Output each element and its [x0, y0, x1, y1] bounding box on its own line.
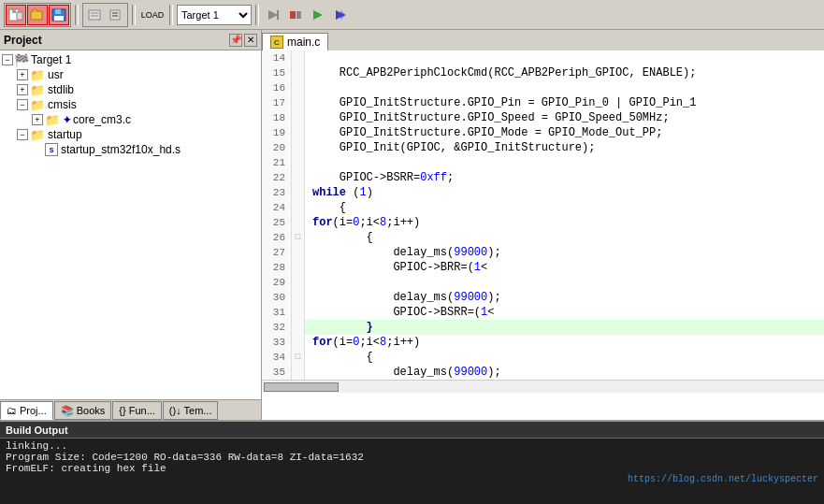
tab-functions-label: {} Fun... [119, 405, 155, 416]
line-content: } [305, 320, 824, 335]
line-content: for(i=0;i<8;i++) [305, 215, 824, 230]
tree-item-root[interactable]: −🏁Target 1 [2, 52, 259, 67]
tree-item-label: Target 1 [31, 53, 71, 66]
sep-2 [132, 5, 136, 25]
tree-item-cmsis[interactable]: −📁cmsis [2, 97, 259, 112]
tree-item-usr[interactable]: +📁usr [2, 67, 259, 82]
code-line: 27 delay_ms(99000); [262, 245, 824, 260]
tab-books-icon: 📚 [61, 405, 74, 417]
svg-rect-12 [112, 12, 118, 14]
scrollbar-thumb[interactable] [264, 382, 339, 392]
tree-item-startup[interactable]: −📁startup [2, 127, 259, 142]
line-content [305, 275, 824, 290]
code-line: 16 [262, 80, 824, 95]
panel-close-btn[interactable]: ✕ [244, 34, 257, 47]
svg-rect-7 [54, 16, 64, 21]
line-number: 19 [262, 125, 292, 140]
line-content: while (1) [305, 185, 824, 200]
file-icon: S [45, 143, 58, 156]
line-marker: □ [292, 230, 305, 245]
line-content [305, 50, 824, 65]
build-output-area: linking...Program Size: Code=1200 RO-dat… [0, 439, 824, 504]
line-number: 18 [262, 110, 292, 125]
svg-rect-16 [290, 11, 296, 19]
tree-expand-btn[interactable]: + [17, 69, 28, 80]
tab-functions[interactable]: {} Fun... [112, 401, 162, 420]
line-number: 20 [262, 140, 292, 155]
line-content: delay_ms(99000); [305, 365, 824, 380]
toolbar-btn-debug4[interactable] [330, 5, 351, 25]
build-header: Build Output [0, 422, 824, 439]
line-marker [292, 245, 305, 260]
right-panel: C main.c 14 15 RCC_APB2PeriphClockCmd(RC… [262, 30, 824, 420]
toolbar-btn-4[interactable] [84, 5, 105, 25]
line-marker [292, 260, 305, 275]
tab-books[interactable]: 📚 Books [54, 401, 112, 420]
line-content: GPIO_Init(GPIOC, &GPIO_InitStructure); [305, 140, 824, 155]
toolbar-btn-debug2[interactable] [285, 5, 306, 25]
target-select[interactable]: Target 1Target 1 [177, 5, 252, 25]
horizontal-scrollbar[interactable] [262, 380, 824, 393]
toolbar-btn-debug1[interactable] [263, 5, 283, 25]
line-number: 29 [262, 275, 292, 290]
code-line: 28 GPIOC->BRR=(1< [262, 260, 824, 275]
code-line: 34□ { [262, 350, 824, 365]
tree-item-core[interactable]: +📁✦core_cm3.c [2, 112, 259, 127]
code-line: 18 GPIO_InitStructure.GPIO_Speed = GPIO_… [262, 110, 824, 125]
code-line: 20 GPIO_Init(GPIOC, &GPIO_InitStructure)… [262, 140, 824, 155]
toolbar-btn-debug3[interactable] [308, 5, 328, 25]
code-line: 14 [262, 50, 824, 65]
line-marker [292, 185, 305, 200]
tree-item-label: startup_stm32f10x_hd.s [61, 143, 181, 156]
svg-marker-14 [268, 10, 278, 20]
tree-expand-btn[interactable]: + [32, 114, 43, 125]
tree-expand-btn[interactable]: − [2, 54, 13, 65]
code-line: 33 for(i=0;i<8;i++) [262, 335, 824, 350]
tree-expand-btn[interactable]: − [17, 99, 28, 110]
build-link[interactable]: https://blog.csdn.net/luckyspecter [628, 474, 818, 484]
tree-item-stdlib[interactable]: +📁stdlib [2, 82, 259, 97]
panel-title: Project [4, 34, 42, 47]
code-area[interactable]: 14 15 RCC_APB2PeriphClockCmd(RCC_APB2Per… [262, 50, 824, 420]
line-number: 22 [262, 170, 292, 185]
line-content [305, 80, 824, 95]
panel-icons: 📌 ✕ [229, 34, 257, 47]
svg-marker-18 [313, 10, 323, 20]
line-content: GPIOC->BSRR=(1< [305, 305, 824, 320]
tree-item-startup_file[interactable]: Sstartup_stm32f10x_hd.s [2, 142, 259, 157]
tab-project-label: Proj... [20, 405, 47, 416]
editor-tab-main[interactable]: C main.c [262, 33, 328, 50]
panel-tabs: 🗂 Proj... 📚 Books {} Fun... ()↓ Tem... [0, 399, 261, 420]
line-content: { [305, 200, 824, 215]
code-line: 29 [262, 275, 824, 290]
editor-tab-bar: C main.c [262, 30, 824, 50]
line-number: 35 [262, 365, 292, 380]
line-marker [292, 80, 305, 95]
code-line: 21 [262, 155, 824, 170]
toolbar-btn-3[interactable] [49, 5, 69, 25]
panel-pin-btn[interactable]: 📌 [229, 34, 242, 47]
main-area: Project 📌 ✕ −🏁Target 1+📁usr+📁stdlib−📁cms… [0, 30, 824, 420]
tree-expand-btn[interactable]: − [17, 129, 28, 140]
line-marker [292, 305, 305, 320]
line-marker [292, 155, 305, 170]
target-icon: 🏁 [15, 53, 28, 66]
folder-icon: 📁 [45, 114, 60, 125]
toolbar-btn-2[interactable] [27, 5, 48, 25]
tab-templates[interactable]: ()↓ Tem... [163, 401, 219, 420]
toolbar-btn-1[interactable] [6, 5, 26, 25]
toolbar-btn-5[interactable] [106, 5, 126, 25]
line-content: { [305, 230, 824, 245]
code-line: 22 GPIOC->BSRR=0xff; [262, 170, 824, 185]
line-marker [292, 365, 305, 380]
line-content: for(i=0;i<8;i++) [305, 335, 824, 350]
tab-project[interactable]: 🗂 Proj... [0, 401, 53, 420]
sep-1 [75, 5, 79, 25]
code-line: 24 { [262, 200, 824, 215]
tree-item-label: cmsis [48, 98, 77, 111]
line-number: 15 [262, 65, 292, 80]
tree-expand-btn[interactable]: + [17, 84, 28, 95]
svg-rect-17 [296, 11, 301, 19]
toolbar-btn-load[interactable]: LOAD [139, 5, 166, 25]
toolbar: LOAD Target 1Target 1 [0, 0, 824, 30]
